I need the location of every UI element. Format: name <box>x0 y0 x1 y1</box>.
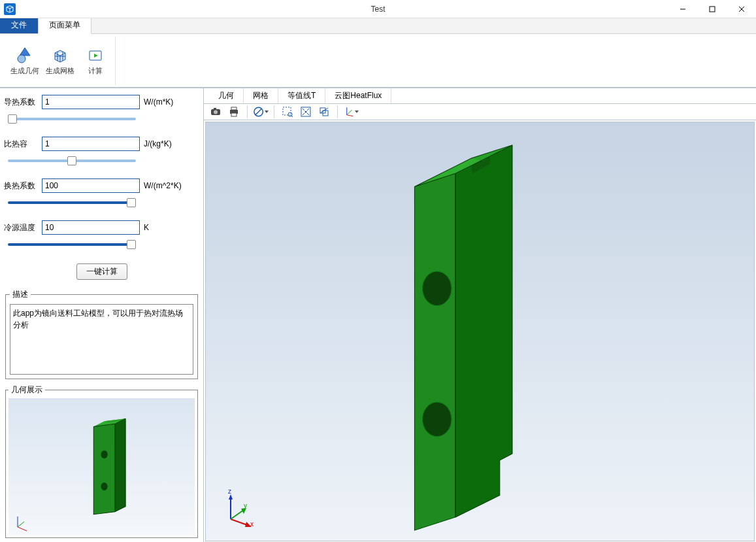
main-shape <box>206 122 754 541</box>
svg-marker-38 <box>455 145 512 517</box>
app-icon <box>4 3 16 15</box>
svg-point-13 <box>101 483 107 490</box>
conductivity-unit: W/(m*K) <box>144 97 173 107</box>
htc-label: 换热系数 <box>4 180 38 192</box>
svg-point-5 <box>18 55 25 63</box>
toolbar-separator <box>247 105 248 118</box>
cold-temp-unit: K <box>144 223 149 232</box>
maximize-button[interactable] <box>697 0 727 18</box>
geom-preview-legend: 几何展示 <box>8 384 45 396</box>
heat-capacity-label: 比热容 <box>4 139 38 150</box>
title-bar: Test <box>0 0 756 18</box>
3d-viewport[interactable]: z x y <box>205 122 755 541</box>
conductivity-slider[interactable] <box>8 118 136 120</box>
svg-marker-11 <box>93 424 115 514</box>
svg-marker-37 <box>355 110 359 113</box>
close-button[interactable] <box>727 0 756 18</box>
toolbar-separator <box>274 105 274 118</box>
view-tab-geom[interactable]: 几何 <box>209 88 244 103</box>
htc-input[interactable] <box>42 178 140 193</box>
svg-rect-26 <box>283 107 291 115</box>
geom-preview-fieldset: 几何展示 <box>5 384 198 538</box>
fit-view-icon[interactable] <box>298 104 314 120</box>
svg-line-15 <box>18 527 27 531</box>
file-tab-file[interactable]: 文件 <box>0 16 38 33</box>
heat-capacity-input[interactable] <box>42 137 140 151</box>
htc-slider[interactable] <box>8 201 136 204</box>
svg-rect-21 <box>231 107 237 110</box>
param-heat-capacity: 比热容 J/(kg*K) <box>4 137 199 173</box>
preview-shape <box>8 398 195 535</box>
camera-icon[interactable] <box>208 104 223 120</box>
ribbon-group: 生成几何 生成网格 计算 <box>5 37 116 85</box>
svg-line-24 <box>255 109 262 115</box>
svg-marker-8 <box>115 418 125 512</box>
svg-marker-43 <box>414 173 455 530</box>
svg-rect-1 <box>710 7 715 12</box>
compute-label: 计算 <box>88 66 103 76</box>
description-fieldset: 描述 此app为镜向送料工站模型，可以用于热对流热场分析 <box>5 289 198 379</box>
svg-marker-51 <box>229 494 233 500</box>
transparency-icon[interactable] <box>316 104 332 120</box>
svg-line-54 <box>231 510 244 519</box>
gen-mesh-label: 生成网格 <box>46 66 74 76</box>
axis-x-label: x <box>250 520 254 528</box>
geom-preview-canvas[interactable] <box>8 398 195 535</box>
cube-mesh-icon <box>51 46 69 65</box>
gen-mesh-button[interactable]: 生成网格 <box>44 37 76 85</box>
view-tabs: 几何 网格 等值线T 云图HeatFlux <box>204 88 756 104</box>
svg-marker-7 <box>94 54 98 58</box>
param-cold-temp: 冷源温度 K <box>4 220 199 257</box>
preview-axis-triad <box>11 514 31 534</box>
gen-geom-label: 生成几何 <box>10 66 39 76</box>
heat-capacity-slider[interactable] <box>8 160 136 162</box>
description-text: 此app为镜向送料工站模型，可以用于热对流热场分析 <box>10 304 193 375</box>
conductivity-input[interactable] <box>42 95 140 109</box>
svg-point-12 <box>101 450 107 458</box>
one-click-calc-button[interactable]: 一键计算 <box>76 263 127 280</box>
htc-unit: W/(m^2*K) <box>144 181 182 190</box>
play-icon <box>86 46 105 65</box>
axes-icon[interactable] <box>343 104 359 120</box>
view-tab-cloud[interactable]: 云图HeatFlux <box>325 88 391 103</box>
minimize-button[interactable] <box>668 0 697 18</box>
svg-rect-19 <box>214 108 216 110</box>
compute-button[interactable]: 计算 <box>80 37 111 85</box>
window-controls <box>668 0 756 18</box>
svg-line-28 <box>291 116 293 117</box>
parameters-panel: 导热系数 W/(m*K) 比热容 J/(kg*K) 换热系数 W/(m^2*K) <box>0 88 204 542</box>
view-tab-mesh[interactable]: 网格 <box>244 88 278 103</box>
no-entry-icon[interactable] <box>253 104 269 120</box>
file-tabs: 文件 页面菜单 <box>0 18 756 34</box>
cold-temp-label: 冷源温度 <box>4 222 38 233</box>
svg-marker-25 <box>265 110 269 113</box>
body: 导热系数 W/(m*K) 比热容 J/(kg*K) 换热系数 W/(m^2*K) <box>0 88 756 542</box>
axis-z-label: z <box>228 488 231 495</box>
axis-y-label: y <box>244 502 247 509</box>
svg-line-16 <box>18 522 24 527</box>
view-tab-contour[interactable]: 等值线T <box>278 88 325 103</box>
svg-rect-22 <box>231 113 237 116</box>
shapes-icon <box>16 46 34 65</box>
param-conductivity: 导热系数 W/(m*K) <box>4 95 199 131</box>
cold-temp-slider[interactable] <box>8 243 136 246</box>
zoom-rect-icon[interactable] <box>280 104 295 120</box>
gen-geom-button[interactable]: 生成几何 <box>9 37 41 85</box>
print-icon[interactable] <box>226 104 242 120</box>
view-panel: 几何 网格 等值线T 云图HeatFlux <box>204 88 756 542</box>
svg-point-30 <box>305 111 307 113</box>
svg-point-18 <box>214 110 218 114</box>
file-tab-page-menu[interactable]: 页面菜单 <box>38 16 91 34</box>
window-title: Test <box>0 5 756 14</box>
conductivity-label: 导热系数 <box>4 97 38 108</box>
toolbar-separator <box>337 105 338 118</box>
svg-line-35 <box>347 115 353 116</box>
view-toolbar <box>204 104 756 120</box>
heat-capacity-unit: J/(kg*K) <box>144 139 172 148</box>
svg-marker-4 <box>20 48 30 56</box>
axis-triad: z x y <box>218 490 257 532</box>
ribbon: 生成几何 生成网格 计算 <box>0 34 756 88</box>
svg-line-36 <box>347 110 352 115</box>
cold-temp-input[interactable] <box>42 220 140 235</box>
param-htc: 换热系数 W/(m^2*K) <box>4 178 199 215</box>
